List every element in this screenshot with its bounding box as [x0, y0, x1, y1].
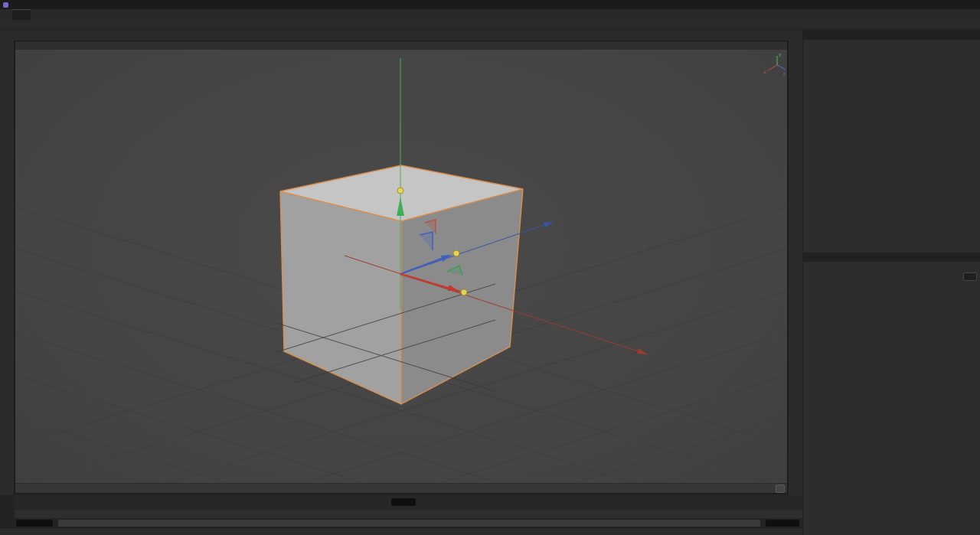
viewport-status-bar [15, 483, 787, 493]
right-panel [802, 31, 980, 535]
range-end-field[interactable] [766, 520, 799, 527]
grid-spacing-label [776, 484, 785, 493]
axis-bug-z-label: z [783, 70, 786, 76]
object-tree[interactable] [803, 50, 980, 253]
z-axis-arrowhead [544, 222, 554, 227]
animation-toolbar [15, 495, 802, 509]
axis-bug-y-label: y [779, 51, 782, 57]
object-tree-row-cube[interactable] [803, 50, 980, 58]
main-toolbar [0, 30, 802, 41]
range-start-field[interactable] [16, 520, 53, 527]
cube-object[interactable] [280, 165, 523, 404]
app-icon [3, 2, 8, 8]
current-frame-field[interactable] [391, 498, 416, 506]
object-create-palette [788, 41, 802, 495]
left-tool-palette [0, 41, 15, 495]
viewport[interactable]: y x z [15, 41, 788, 494]
range-scrollbar[interactable] [58, 520, 760, 527]
axis-orientation-bug: y x z [763, 51, 786, 76]
gizmo-z-handle[interactable] [453, 250, 459, 256]
section-title [803, 285, 980, 290]
object-header-row [803, 272, 980, 282]
timeline-ruler[interactable] [15, 509, 802, 518]
toolbar-render [737, 30, 744, 41]
cube-left-face[interactable] [280, 191, 401, 404]
objects-panel-tabs [803, 31, 980, 40]
title-bar [0, 0, 980, 9]
preset-dropdown[interactable] [963, 272, 977, 281]
attributes-panel [803, 253, 980, 535]
viewport-scene[interactable]: y x z [15, 50, 787, 483]
toolbar-left [17, 30, 39, 41]
viewport-menu-bar [15, 41, 787, 50]
x-axis-arrowhead [637, 348, 648, 354]
toolbar-center [308, 30, 361, 41]
status-bar [0, 527, 802, 535]
menu-bar [0, 20, 980, 30]
document-tab[interactable] [12, 9, 31, 20]
attributes-menu-bar [803, 262, 980, 272]
gizmo-y-handle[interactable] [397, 188, 403, 194]
objects-menu-bar [803, 40, 980, 50]
attributes-panel-tabs [803, 253, 980, 262]
axis-bug-x-label: x [763, 69, 766, 74]
gizmo-x-handle[interactable] [461, 289, 467, 295]
timeline-range-row [15, 518, 802, 527]
viewport-canvas[interactable]: y x z [15, 50, 787, 483]
document-tab-row [0, 9, 980, 20]
